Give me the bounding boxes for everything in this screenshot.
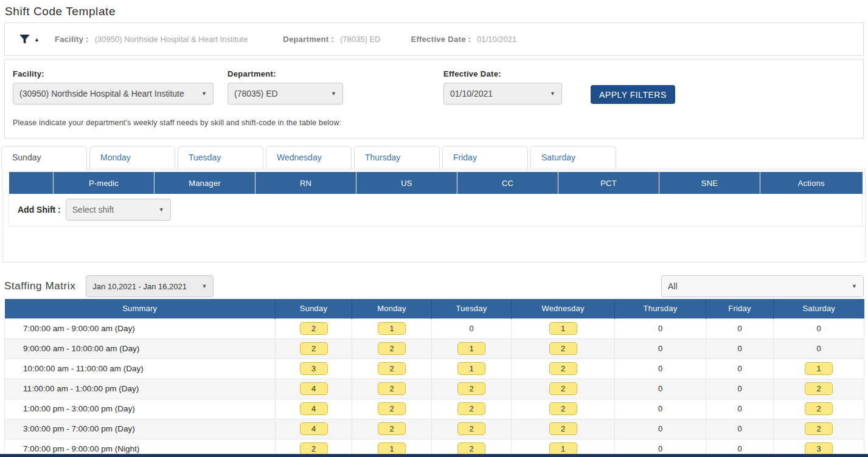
tab-wednesday[interactable]: Wednesday <box>266 146 352 169</box>
matrix-count-cell: 3 <box>276 359 352 379</box>
staff-count-badge[interactable]: 2 <box>300 322 328 335</box>
matrix-row: 7:00:00 am - 9:00:00 am (Day)2101000 <box>5 318 864 338</box>
caret-down-icon: ▼ <box>331 91 336 97</box>
matrix-count-cell: 1 <box>512 318 615 338</box>
matrix-count-cell: 1 <box>774 359 864 379</box>
tab-saturday[interactable]: Saturday <box>530 146 616 169</box>
day-tabs: SundayMondayTuesdayWednesdayThursdayFrid… <box>1 146 868 169</box>
staff-count-badge[interactable]: 3 <box>300 362 328 375</box>
caret-down-icon: ▼ <box>550 91 555 97</box>
staff-count-badge[interactable]: 2 <box>549 342 577 355</box>
staff-count-badge[interactable]: 2 <box>378 422 406 435</box>
staff-count-badge[interactable]: 4 <box>300 402 328 415</box>
matrix-count-cell: 2 <box>774 379 864 399</box>
staff-count-badge[interactable]: 2 <box>457 442 485 455</box>
add-shift-select-value: Select shift <box>72 205 114 215</box>
facility-select-value: (30950) Northside Hospital & Heart Insti… <box>19 89 184 98</box>
matrix-count-cell: 0 <box>706 359 774 379</box>
tab-thursday[interactable]: Thursday <box>354 146 440 169</box>
funnel-icon <box>18 33 31 46</box>
matrix-count-cell: 0 <box>615 419 706 439</box>
staff-count-zero: 0 <box>658 344 662 353</box>
skill-filter-select[interactable]: All ▼ <box>661 275 864 297</box>
shift-code-template-page: Shift Code Template ▲ Facility : (30950)… <box>0 5 868 457</box>
staff-count-badge[interactable]: 1 <box>549 442 577 455</box>
staff-count-badge[interactable]: 2 <box>300 442 328 455</box>
matrix-count-cell: 0 <box>774 338 864 359</box>
staff-count-badge[interactable]: 2 <box>805 402 833 415</box>
shift-col-pct: PCT <box>558 172 659 194</box>
tab-friday[interactable]: Friday <box>442 146 528 169</box>
staff-count-badge[interactable]: 2 <box>549 402 577 415</box>
staff-count-badge[interactable]: 2 <box>549 362 577 375</box>
matrix-row: 3:00:00 pm - 7:00:00 pm (Day)4222002 <box>5 419 864 439</box>
department-summary-label: Department : <box>283 35 334 44</box>
staff-count-badge[interactable]: 4 <box>300 422 328 435</box>
matrix-count-cell: 0 <box>706 379 774 399</box>
matrix-col-saturday: Saturday <box>774 299 864 318</box>
department-field: Department: (78035) ED ▼ <box>227 69 343 105</box>
staff-count-badge[interactable]: 2 <box>300 342 328 355</box>
staff-count-zero: 0 <box>737 404 741 413</box>
staff-count-badge[interactable]: 2 <box>549 382 577 395</box>
staff-count-badge[interactable]: 2 <box>805 422 833 435</box>
staff-count-zero: 0 <box>469 324 473 333</box>
matrix-col-thursday: Thursday <box>615 299 706 318</box>
staff-count-zero: 0 <box>658 424 662 433</box>
staff-count-badge[interactable]: 2 <box>457 402 485 415</box>
matrix-count-cell: 2 <box>276 318 352 338</box>
staff-count-zero: 0 <box>737 344 741 353</box>
effective-date-select[interactable]: 01/10/2021 ▼ <box>443 83 562 105</box>
week-range-select[interactable]: Jan 10,2021 - Jan 16,2021 ▼ <box>86 275 214 297</box>
staff-count-badge[interactable]: 4 <box>300 382 328 395</box>
matrix-count-cell: 2 <box>512 399 615 419</box>
apply-filters-button[interactable]: APPLY FILTERS <box>591 85 675 104</box>
staff-count-badge[interactable]: 2 <box>378 342 406 355</box>
staff-count-badge[interactable]: 1 <box>378 322 406 335</box>
add-shift-select[interactable]: Select shift ▼ <box>66 199 171 221</box>
staff-count-badge[interactable]: 1 <box>457 362 485 375</box>
staff-count-badge[interactable]: 1 <box>378 442 406 455</box>
matrix-col-summary: Summary <box>5 299 276 318</box>
filter-collapse-toggle[interactable]: ▲ <box>18 33 49 46</box>
staff-count-badge[interactable]: 2 <box>378 362 406 375</box>
caret-down-icon: ▼ <box>852 283 857 289</box>
matrix-summary-cell: 11:00:00 am - 1:00:00 pm (Day) <box>5 379 276 399</box>
matrix-count-cell: 2 <box>352 419 432 439</box>
staff-count-badge[interactable]: 1 <box>457 342 485 355</box>
matrix-count-cell: 2 <box>774 419 864 439</box>
matrix-count-cell: 2 <box>432 379 512 399</box>
skill-filter-select-value: All <box>668 281 678 291</box>
staff-count-badge[interactable]: 3 <box>805 442 833 455</box>
staff-count-badge[interactable]: 1 <box>805 362 833 375</box>
staff-count-zero: 0 <box>737 444 741 453</box>
facility-label: Facility: <box>13 69 214 78</box>
staff-count-badge[interactable]: 2 <box>378 382 406 395</box>
matrix-count-cell: 2 <box>512 379 615 399</box>
matrix-count-cell: 2 <box>352 379 432 399</box>
staff-count-badge[interactable]: 2 <box>378 402 406 415</box>
effective-date-select-value: 01/10/2021 <box>450 89 493 98</box>
matrix-count-cell: 1 <box>352 318 432 338</box>
caret-down-icon: ▼ <box>159 207 164 213</box>
matrix-count-cell: 2 <box>512 338 615 359</box>
matrix-count-cell: 2 <box>512 359 615 379</box>
staff-count-badge[interactable]: 2 <box>457 382 485 395</box>
department-select[interactable]: (78035) ED ▼ <box>227 83 343 105</box>
shift-table-header-row: P-medicManagerRNUSCCPCTSNEActions <box>9 172 863 194</box>
matrix-col-monday: Monday <box>352 299 432 318</box>
shift-col-us: US <box>356 172 457 194</box>
matrix-count-cell: 0 <box>615 338 706 359</box>
staff-count-badge[interactable]: 1 <box>549 322 577 335</box>
tab-tuesday[interactable]: Tuesday <box>178 146 263 169</box>
tab-monday[interactable]: Monday <box>89 146 175 169</box>
staff-count-badge[interactable]: 2 <box>805 382 833 395</box>
add-shift-controls: Add Shift : Select shift ▼ <box>9 199 862 221</box>
staff-count-badge[interactable]: 2 <box>549 422 577 435</box>
matrix-count-cell: 4 <box>276 379 352 399</box>
tab-sunday[interactable]: Sunday <box>1 146 87 170</box>
facility-select[interactable]: (30950) Northside Hospital & Heart Insti… <box>13 83 214 105</box>
effective-date-field: Effective Date: 01/10/2021 ▼ <box>443 69 562 105</box>
staff-count-badge[interactable]: 2 <box>457 422 485 435</box>
matrix-row: 1:00:00 pm - 3:00:00 pm (Day)4222002 <box>5 399 864 419</box>
